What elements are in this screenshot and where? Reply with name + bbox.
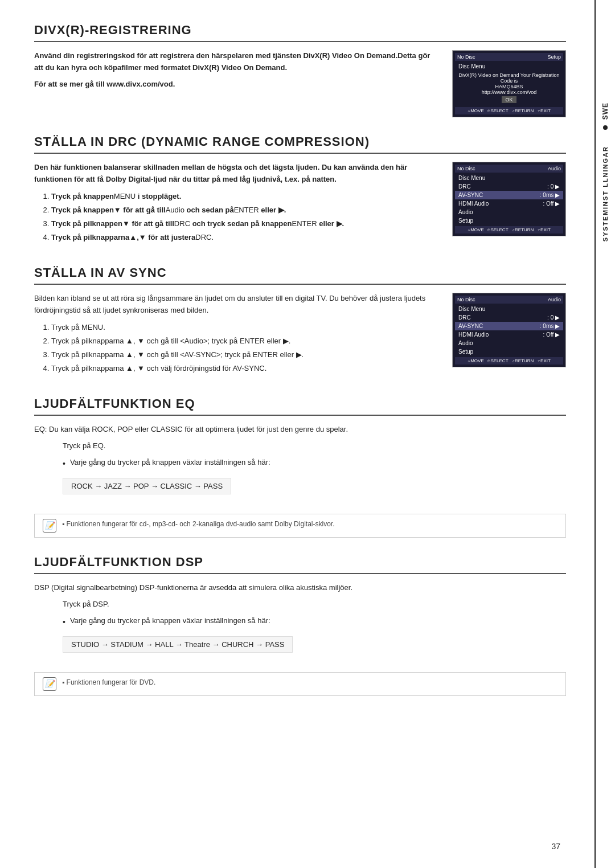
drc-menu-row4: HDMI Audio : Off ▶: [455, 199, 563, 208]
avsync-menu-hdmi-val: : Off ▶: [543, 331, 560, 338]
drc-menu-footer: ⬦MOVE ⊕SELECT ↺RETURN ↩EXIT: [455, 226, 563, 234]
avsync-step-2: Tryck på pilknapparna ▲, ▼ och gå till <…: [51, 335, 441, 347]
avsync-menu-sync-label: AV-SYNC: [458, 323, 483, 329]
drc-menu-hdmi-val: : Off ▶: [543, 200, 560, 207]
divxr-menu-header: No Disc Setup: [455, 53, 563, 61]
avsync-menu: No Disc Audio Disc Menu DRC : 0 ▶ AV-SYN…: [452, 293, 566, 379]
avsync-content: Bilden kan ibland se ut att röra sig lån…: [34, 293, 566, 379]
divxr-menu-row1: Disc Menu: [455, 62, 563, 71]
drc-step-2: Tryck på knappen▼ för att gå tillAudio o…: [51, 204, 441, 216]
dsp-note-icon: 📝: [43, 677, 56, 691]
avsync-menu-setup: Setup: [455, 347, 563, 356]
avsync-title: STÄLLA IN AV SYNC: [34, 265, 566, 285]
divxr-title: DIVX(R)-REGISTRERING: [34, 23, 566, 42]
avsync-menu-disc: Disc Menu: [458, 306, 485, 312]
divxr-text-col: Använd din registreringskod för att regi…: [34, 50, 441, 117]
dsp-note-box: 📝 ▪ Funktionen fungerar för DVD.: [34, 672, 566, 696]
drc-menu-box: No Disc Audio Disc Menu DRC : 0 ▶ AV-SYN…: [452, 162, 566, 236]
divxr-menu-footer: ⬦MOVE ⊕SELECT ↺RETURN ↩EXIT: [455, 107, 563, 114]
eq-note-box: 📝 ▪ Funktionen fungerar för cd-, mp3-cd-…: [34, 514, 566, 538]
drc-menu-avsync-val: : 0ms ▶: [540, 192, 560, 198]
avsync-step-1: Tryck på MENU.: [51, 321, 441, 334]
dsp-bullet: Varje gång du trycker på knappen växlar …: [63, 615, 566, 628]
drc-menu-audio: Audio: [455, 208, 563, 216]
drc-text-col: Den här funktionen balanserar skillnaden…: [34, 162, 441, 248]
avsync-menu-sync-val: : 0ms ▶: [540, 323, 560, 329]
avsync-menu-footer: ⬦MOVE ⊕SELECT ↺RETURN ↩EXIT: [455, 357, 563, 365]
dsp-note-text: ▪ Funktionen fungerar för DVD.: [62, 677, 155, 687]
divxr-menu-header-left: No Disc: [457, 54, 475, 60]
section-dsp: LJUDFÄLTFUNKTION DSP DSP (Digital signal…: [34, 555, 566, 696]
eq-note-icon: 📝: [43, 519, 56, 533]
divxr-menu-box: No Disc Setup Disc Menu DivX(R) Video on…: [452, 50, 566, 117]
eq-flow: ROCK → JAZZ → POP → CLASSIC → PASS: [63, 478, 231, 494]
avsync-menu-header-right: Audio: [548, 297, 561, 302]
divxr-menu-disc: Disc Menu: [458, 63, 485, 69]
drc-step-3: Tryck på pilknappen▼ för att gå tillDRC …: [51, 218, 441, 230]
divxr-body-link: För att se mer gå till www.divx.com/vod.: [34, 79, 441, 91]
drc-menu-drc-val: : 0 ▶: [547, 183, 560, 190]
divxr-menu-ok-btn[interactable]: OK: [502, 96, 516, 103]
drc-menu-row2: DRC : 0 ▶: [455, 182, 563, 191]
page-number: 37: [551, 842, 560, 851]
divxr-content: Använd din registreringskod för att regi…: [34, 50, 566, 117]
drc-menu: No Disc Audio Disc Menu DRC : 0 ▶ AV-SYN…: [452, 162, 566, 248]
avsync-step-4: Tryck på pilknapparna ▲, ▼ och välj förd…: [51, 362, 441, 375]
dsp-body: DSP (Digital signalbearbetning) DSP-funk…: [34, 582, 566, 594]
side-tab: SWE SYSTEMINST LLNINGAR: [594, 0, 615, 868]
drc-menu-hdmi-label: HDMI Audio: [458, 200, 489, 207]
divxr-menu-center: DivX(R) Video on Demand Your Registratio…: [455, 71, 563, 106]
drc-steps: Tryck på knappenMENU i stoppläget. Tryck…: [51, 190, 441, 244]
avsync-menu-box: No Disc Audio Disc Menu DRC : 0 ▶ AV-SYN…: [452, 293, 566, 367]
avsync-steps: Tryck på MENU. Tryck på pilknapparna ▲, …: [51, 321, 441, 375]
avsync-menu-hdmi-label: HDMI Audio: [458, 331, 489, 338]
drc-content: Den här funktionen balanserar skillnaden…: [34, 162, 566, 248]
dsp-bullet-text: Varje gång du trycker på knappen växlar …: [70, 615, 270, 627]
avsync-menu-row1: Disc Menu: [455, 305, 563, 313]
section-divxr: DIVX(R)-REGISTRERING Använd din registre…: [34, 23, 566, 117]
drc-menu-drc-label: DRC: [458, 183, 471, 190]
avsync-menu-header: No Disc Audio: [455, 296, 563, 304]
drc-body-bold: Den här funktionen balanserar skillnaden…: [34, 162, 441, 186]
avsync-menu-drc-label: DRC: [458, 314, 471, 321]
eq-title: LJUDFÄLTFUNKTION EQ: [34, 396, 566, 416]
drc-menu-avsync-label: AV-SYNC: [458, 192, 483, 198]
drc-menu-header-left: No Disc: [457, 166, 475, 171]
drc-menu-disc: Disc Menu: [458, 175, 485, 181]
section-drc: STÄLLA IN DRC (DYNAMIC RANGE COMPRESSION…: [34, 134, 566, 248]
section-avsync: STÄLLA IN AV SYNC Bilden kan ibland se u…: [34, 265, 566, 379]
drc-step-4: Tryck på pilknapparna▲,▼ för att justera…: [51, 231, 441, 244]
dsp-title: LJUDFÄLTFUNKTION DSP: [34, 555, 566, 574]
eq-tryck: Tryck på EQ.: [63, 440, 566, 452]
eq-bullet: Varje gång du trycker på knappen växlar …: [63, 457, 566, 470]
avsync-body: Bilden kan ibland se ut att röra sig lån…: [34, 293, 441, 317]
drc-menu-row3: AV-SYNC : 0ms ▶: [455, 191, 563, 199]
side-swe-label: SWE: [601, 103, 609, 120]
avsync-menu-row3: AV-SYNC : 0ms ▶: [455, 322, 563, 330]
drc-menu-header: No Disc Audio: [455, 165, 563, 173]
section-eq: LJUDFÄLTFUNKTION EQ EQ: Du kan välja ROC…: [34, 396, 566, 538]
side-subtitle: SYSTEMINST LLNINGAR: [602, 146, 609, 241]
dsp-flow: STUDIO → STADIUM → HALL → Theatre → CHUR…: [63, 636, 293, 653]
divxr-body-bold: Använd din registreringskod för att regi…: [34, 50, 441, 74]
divxr-menu: No Disc Setup Disc Menu DivX(R) Video on…: [452, 50, 566, 117]
avsync-menu-setup-label: Setup: [458, 349, 473, 355]
avsync-menu-row2: DRC : 0 ▶: [455, 313, 563, 322]
avsync-menu-header-left: No Disc: [457, 297, 475, 302]
drc-menu-header-right: Audio: [548, 166, 561, 171]
drc-menu-setup-label: Setup: [458, 218, 473, 224]
side-bullet-dot: [603, 125, 608, 130]
drc-title: STÄLLA IN DRC (DYNAMIC RANGE COMPRESSION…: [34, 134, 566, 154]
avsync-menu-audio: Audio: [455, 339, 563, 347]
page-container: DIVX(R)-REGISTRERING Använd din registre…: [0, 0, 615, 868]
dsp-tryck: Tryck på DSP.: [63, 599, 566, 611]
divxr-menu-header-right: Setup: [547, 54, 561, 60]
drc-menu-setup: Setup: [455, 216, 563, 225]
avsync-menu-drc-val: : 0 ▶: [547, 314, 560, 321]
eq-note-text: ▪ Funktionen fungerar för cd-, mp3-cd- o…: [62, 519, 334, 529]
avsync-text-col: Bilden kan ibland se ut att röra sig lån…: [34, 293, 441, 379]
avsync-step-3: Tryck på pilknapparna ▲, ▼ och gå till <…: [51, 349, 441, 361]
avsync-menu-row4: HDMI Audio : Off ▶: [455, 330, 563, 339]
main-content: DIVX(R)-REGISTRERING Använd din registre…: [0, 0, 594, 868]
drc-menu-row1: Disc Menu: [455, 174, 563, 182]
